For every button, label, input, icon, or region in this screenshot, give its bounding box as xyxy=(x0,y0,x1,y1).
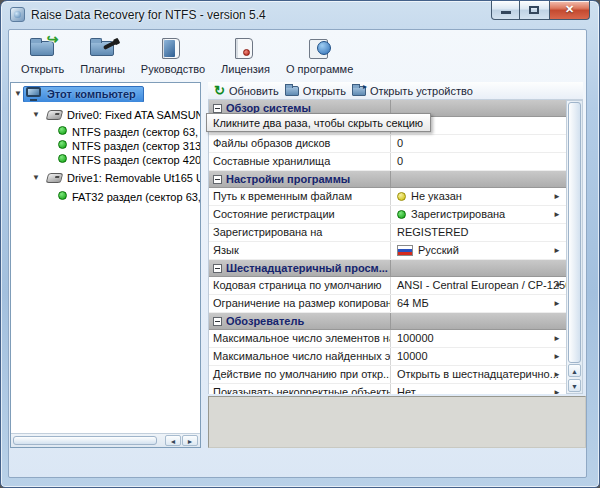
scroll-up-icon[interactable]: ▲ xyxy=(568,364,581,377)
expand-right-icon[interactable]: ► xyxy=(553,352,561,361)
minimize-icon xyxy=(501,11,511,14)
open-folder-icon xyxy=(285,86,299,96)
tooltip-text: Кликните два раза, чтобы скрыть секцию xyxy=(213,117,423,129)
property-row-composite-storages[interactable]: Составные хранилища 0 xyxy=(209,153,566,171)
expand-right-icon[interactable]: ► xyxy=(553,192,561,201)
refresh-icon: ↻ xyxy=(214,85,225,97)
open-storage-button[interactable]: Открыть xyxy=(285,85,346,97)
collapse-icon[interactable] xyxy=(213,104,222,113)
expand-right-icon[interactable]: ► xyxy=(553,388,561,394)
property-value: 10000 xyxy=(397,350,428,362)
property-row-show-invalid[interactable]: Показывать некорректные объекты Нет► xyxy=(209,384,566,394)
expand-right-icon[interactable]: ► xyxy=(553,334,561,343)
property-value: Нет xyxy=(397,386,416,394)
property-value: 0 xyxy=(397,155,403,167)
about-button-label: О программе xyxy=(286,63,353,75)
tree-item-drive0[interactable]: ▼ Drive0: Fixed ATA SAMSUNG H xyxy=(11,107,200,123)
close-button[interactable]: ✕ xyxy=(549,1,590,20)
property-label: Показывать некорректные объекты xyxy=(209,384,391,394)
property-label: Кодовая страница по умолчанию xyxy=(209,277,391,294)
property-row-codepage[interactable]: Кодовая страница по умолчанию ANSI - Cen… xyxy=(209,277,566,295)
tree-item-this-computer[interactable]: ▼ Этот компьютер xyxy=(11,86,200,102)
open-button-label: Открыть xyxy=(21,63,64,75)
titlebar[interactable]: Raise Data Recovery for NTFS - version 5… xyxy=(1,1,599,29)
property-value: Открыть в шестнадцатерично... xyxy=(397,368,559,380)
collapse-icon[interactable] xyxy=(213,264,222,273)
collapse-icon[interactable] xyxy=(213,317,222,326)
section-header-program-settings[interactable]: Настройки программы xyxy=(209,171,566,188)
license-button[interactable]: Лицензия xyxy=(213,32,278,77)
scrollbar-thumb[interactable] xyxy=(13,436,157,445)
property-value: Русский xyxy=(418,244,459,256)
tree-item-fat32[interactable]: FAT32 раздел (сектор 63, xyxy=(11,189,200,205)
property-label: Файлы образов дисков xyxy=(209,135,391,152)
open-folder-icon: ↪ xyxy=(28,35,58,61)
chevron-down-icon[interactable]: ▼ xyxy=(32,173,40,182)
property-row-temp-path[interactable]: Путь к временным файлам Не указан► xyxy=(209,188,566,206)
open-button[interactable]: ↪ Открыть xyxy=(13,32,72,77)
green-dot-icon xyxy=(58,140,67,149)
scroll-down-icon[interactable]: ▼ xyxy=(568,379,581,392)
disk-icon xyxy=(46,173,63,183)
scroll-right-icon[interactable]: ► xyxy=(182,435,198,446)
maximize-button[interactable] xyxy=(520,1,549,20)
description-panel xyxy=(208,396,586,448)
property-label: Путь к временным файлам xyxy=(209,188,391,205)
app-window: Raise Data Recovery for NTFS - version 5… xyxy=(0,0,600,488)
expand-right-icon[interactable]: ► xyxy=(553,246,561,255)
property-value: REGISTERED xyxy=(397,226,469,238)
minimize-button[interactable] xyxy=(491,1,520,20)
panel-splitter[interactable] xyxy=(201,82,208,448)
property-label: Максимальное число найденных э... xyxy=(209,348,391,365)
property-label: Ограничение на размер копирования xyxy=(209,295,391,312)
tree-item-label: Этот компьютер xyxy=(47,88,136,100)
property-row-default-action[interactable]: Действие по умолчанию при откр... Открыт… xyxy=(209,366,566,384)
about-button[interactable]: О программе xyxy=(278,32,361,77)
expand-right-icon[interactable]: ► xyxy=(553,370,561,379)
property-value: ANSI - Central European / CP-1250 xyxy=(397,279,566,291)
property-value: Не указан xyxy=(411,190,462,202)
section-label: Настройки программы xyxy=(226,173,350,185)
green-status-icon xyxy=(397,210,406,219)
chevron-down-icon[interactable]: ▼ xyxy=(14,89,22,98)
plugins-button[interactable]: Плагины xyxy=(72,32,133,77)
scrollbar-thumb[interactable] xyxy=(568,102,581,363)
property-row-registered-to[interactable]: Зарегистрирована на REGISTERED xyxy=(209,224,566,242)
chevron-down-icon[interactable]: ▼ xyxy=(554,281,562,290)
tree-item-drive1[interactable]: ▼ Drive1: Removable Ut165 USB xyxy=(11,170,200,186)
collapse-icon[interactable] xyxy=(213,175,222,184)
tree-item-label: FAT32 раздел (сектор 63, xyxy=(72,191,200,203)
open-device-icon xyxy=(352,86,366,96)
open-device-label: Открыть устройство xyxy=(370,85,473,97)
plugins-button-label: Плагины xyxy=(80,63,125,75)
tree-item-ntfs-3[interactable]: NTFS раздел (сектор 4203 xyxy=(11,152,200,168)
property-label: Состояние регистрации xyxy=(209,206,391,223)
open-device-button[interactable]: Открыть устройство xyxy=(352,85,473,97)
grid-vertical-scrollbar[interactable]: ▲ ▼ xyxy=(566,100,583,394)
tree-horizontal-scrollbar[interactable]: ◄ ► xyxy=(11,433,200,447)
manual-button[interactable]: Руководство xyxy=(133,32,213,77)
expand-right-icon[interactable]: ► xyxy=(553,210,561,219)
property-row-disk-images[interactable]: Файлы образов дисков 0 xyxy=(209,135,566,153)
device-tree-panel: ▼ Этот компьютер ▼ Drive0: Fixed ATA SAM… xyxy=(10,82,201,448)
property-row-registration-state[interactable]: Состояние регистрации Зарегистрирована► xyxy=(209,206,566,224)
chevron-down-icon[interactable]: ▼ xyxy=(32,110,40,119)
scroll-left-icon[interactable]: ◄ xyxy=(165,435,181,446)
section-header-explorer[interactable]: Обозреватель xyxy=(209,313,566,330)
property-row-copy-size-limit[interactable]: Ограничение на размер копирования 64 МБ► xyxy=(209,295,566,313)
section-label: Шестнадцатеричный просм... xyxy=(226,262,388,274)
property-label: Максимальное число элементов на... xyxy=(209,330,391,347)
property-row-max-elements[interactable]: Максимальное число элементов на... 10000… xyxy=(209,330,566,348)
expand-right-icon[interactable]: ► xyxy=(553,299,561,308)
property-row-language[interactable]: Язык Русский► xyxy=(209,242,566,260)
open-storage-label: Открыть xyxy=(303,85,346,97)
tree-item-label: NTFS раздел (сектор 3134 xyxy=(72,140,200,152)
refresh-button[interactable]: ↻ Обновить xyxy=(214,85,279,97)
russian-flag-icon xyxy=(397,245,413,256)
property-label: Зарегистрирована на xyxy=(209,224,391,241)
section-header-hex-viewer[interactable]: Шестнадцатеричный просм... xyxy=(209,260,566,277)
property-row-max-found[interactable]: Максимальное число найденных э... 10000► xyxy=(209,348,566,366)
manual-button-label: Руководство xyxy=(141,63,205,75)
plugins-folder-icon xyxy=(88,35,118,61)
property-label: Действие по умолчанию при откр... xyxy=(209,366,391,383)
